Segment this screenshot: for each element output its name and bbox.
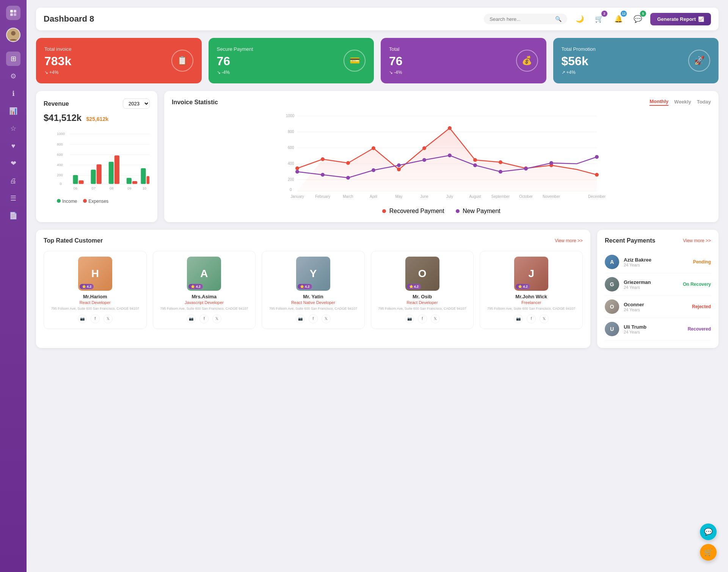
bar-expense-10 <box>147 176 150 184</box>
x-label-08: 08 <box>110 186 113 190</box>
messages-button[interactable]: 💬 5 <box>631 12 645 26</box>
tab-weekly[interactable]: Weekly <box>674 99 691 106</box>
y-label-600: 600 <box>57 152 63 157</box>
recovered-dot-dec <box>595 173 599 177</box>
sidebar-item-docs[interactable]: 📄 <box>6 208 20 223</box>
twitter-icon[interactable]: 𝕏 <box>322 314 331 323</box>
customer-card-yatin: Y ⭐ 4.2 Mr. Yatin React Native Developer… <box>262 251 365 329</box>
sidebar-logo[interactable] <box>6 6 20 20</box>
payment-item-aziz: A Aziz Bakree 24 Years Pending <box>605 251 711 273</box>
notifications-button[interactable]: 🔔 12 <box>612 12 625 26</box>
instagram-icon[interactable]: 📷 <box>78 314 87 323</box>
rating-osib: ⭐ 4.2 <box>407 284 421 289</box>
cart-button[interactable]: 🛒 2 <box>592 12 606 26</box>
customer-name-yatin: Mr. Yatin <box>266 294 361 299</box>
y-label-1000: 1000 <box>286 114 295 118</box>
customer-role-asima: Javascript Developer <box>157 300 252 305</box>
instagram-icon[interactable]: 📷 <box>514 314 523 323</box>
customer-name-hariom: Mr.Hariom <box>48 294 143 299</box>
customer-name-osib: Mr. Osib <box>375 294 470 299</box>
y-label-400: 400 <box>288 161 294 166</box>
sidebar-item-analytics[interactable]: 📊 <box>6 104 20 118</box>
stat-card-trend: ↘ +4% <box>44 70 72 75</box>
payments-header: Recent Payments View more >> <box>605 237 711 244</box>
invoice-legend: Recovered Payment New Payment <box>172 208 711 215</box>
y-label-800: 800 <box>57 142 63 146</box>
fab-container: 💬 🛒 <box>700 523 717 561</box>
instagram-icon[interactable]: 📷 <box>296 314 305 323</box>
user-avatar[interactable] <box>6 28 20 42</box>
svg-rect-1 <box>14 10 16 13</box>
bar-expense-08 <box>115 155 119 184</box>
header-actions: 🌙 🛒 2 🔔 12 💬 5 Generate Report 📈 <box>573 12 711 26</box>
x-label-09: 09 <box>127 186 131 190</box>
facebook-icon[interactable]: f <box>527 314 536 323</box>
customer-name-asima: Mrs.Asima <box>157 294 252 299</box>
rating-hariom: ⭐ 4.2 <box>80 284 94 289</box>
payment-info-griezerman: Griezerman 24 Years <box>624 279 678 290</box>
payment-age-griezerman: 24 Years <box>624 285 678 290</box>
expenses-dot <box>83 199 87 203</box>
new-dot-mar <box>346 176 350 180</box>
instagram-icon[interactable]: 📷 <box>187 314 196 323</box>
messages-badge: 5 <box>640 11 646 17</box>
search-input[interactable] <box>490 16 555 22</box>
twitter-icon[interactable]: 𝕏 <box>431 314 440 323</box>
y-label-200: 200 <box>57 173 63 177</box>
revenue-compare: $25,612k <box>86 116 108 122</box>
invoice-chart-header: Invoice Statistic Monthly Weekly Today <box>172 99 711 106</box>
search-bar: 🔍 <box>484 14 567 24</box>
tab-today[interactable]: Today <box>697 99 711 106</box>
sidebar-item-print[interactable]: 🖨 <box>6 174 20 188</box>
twitter-icon[interactable]: 𝕏 <box>540 314 549 323</box>
payments-view-more[interactable]: View more >> <box>683 238 711 243</box>
year-selector[interactable]: 2023 2022 2021 <box>123 99 150 109</box>
stat-card-icon: 💳 <box>344 50 366 72</box>
fab-cart[interactable]: 🛒 <box>700 544 717 561</box>
payments-title: Recent Payments <box>605 237 655 244</box>
sidebar-item-likes[interactable]: ❤ <box>6 156 20 171</box>
customer-socials-asima: 📷 f 𝕏 <box>157 314 252 323</box>
x-label-mar: March <box>343 194 353 199</box>
revenue-chart-title: Revenue <box>44 100 69 107</box>
payment-avatar-aziz: A <box>605 255 619 269</box>
customer-address-hariom: 795 Folsom Ave, Suite 600 San Francisco,… <box>48 306 143 311</box>
y-label-0: 0 <box>60 182 62 186</box>
twitter-icon[interactable]: 𝕏 <box>212 314 221 323</box>
income-dot <box>57 199 61 203</box>
sidebar-item-menu[interactable]: ☰ <box>6 191 20 205</box>
sidebar-item-starred[interactable]: ☆ <box>6 121 20 136</box>
customer-socials-hariom: 📷 f 𝕏 <box>48 314 143 323</box>
facebook-icon[interactable]: f <box>309 314 318 323</box>
twitter-icon[interactable]: 𝕏 <box>104 314 113 323</box>
stat-cards-grid: Total invoice 783k ↘ +4% 📋 Secure Paymen… <box>36 38 719 83</box>
y-label-200: 200 <box>288 177 294 182</box>
generate-report-button[interactable]: Generate Report 📈 <box>650 13 711 25</box>
svg-point-5 <box>11 31 16 36</box>
x-label-apr: April <box>370 194 377 199</box>
fab-support[interactable]: 💬 <box>700 523 717 540</box>
facebook-icon[interactable]: f <box>91 314 100 323</box>
recovered-legend-dot <box>382 209 386 213</box>
facebook-icon[interactable]: f <box>199 314 209 323</box>
payment-name-griezerman: Griezerman <box>624 279 678 285</box>
tab-monthly[interactable]: Monthly <box>650 99 668 106</box>
theme-toggle[interactable]: 🌙 <box>573 12 587 26</box>
stat-card-label: Total <box>389 46 403 52</box>
facebook-icon[interactable]: f <box>418 314 427 323</box>
sidebar-item-favorites[interactable]: ♥ <box>6 139 20 153</box>
instagram-icon[interactable]: 📷 <box>405 314 414 323</box>
x-label-feb: February <box>315 194 330 199</box>
stat-card-icon: 🚀 <box>688 50 710 72</box>
sidebar-item-settings[interactable]: ⚙ <box>6 69 20 83</box>
customer-address-johnwick: 795 Folsom Ave, Suite 600 San Francisco,… <box>484 306 579 311</box>
invoice-chart-title: Invoice Statistic <box>172 99 218 106</box>
trend-arrow: ↗ <box>562 70 565 75</box>
sidebar: ⊞ ⚙ ℹ 📊 ☆ ♥ ❤ 🖨 ☰ 📄 <box>0 0 27 572</box>
sidebar-item-dashboard[interactable]: ⊞ <box>6 52 20 66</box>
x-label-nov: November <box>543 194 560 199</box>
customers-view-more[interactable]: View more >> <box>555 238 583 243</box>
rating-yatin: ⭐ 4.2 <box>298 284 312 289</box>
sidebar-item-info[interactable]: ℹ <box>6 86 20 101</box>
new-dot-apr <box>372 168 375 172</box>
